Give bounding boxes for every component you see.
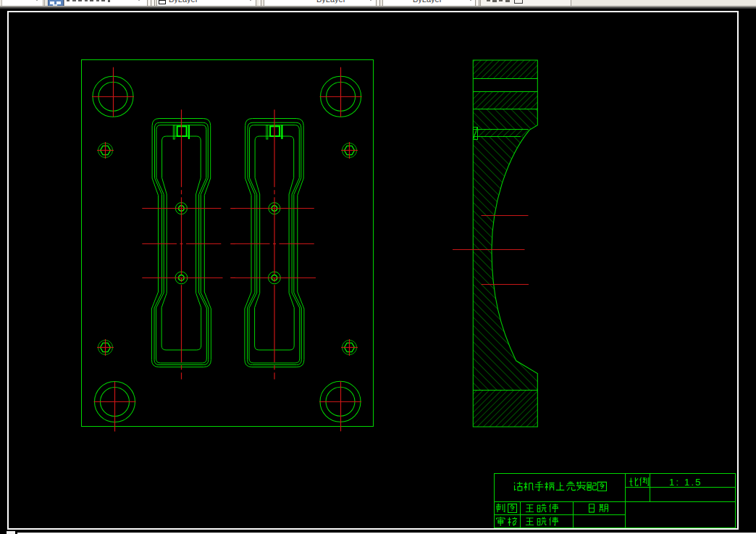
svg-text:1: 1.5: 1: 1.5: [669, 477, 702, 488]
svg-text:ByLayer: ByLayer: [413, 0, 442, 4]
svg-text:ByLayer: ByLayer: [316, 0, 346, 4]
svg-text:ByLayer: ByLayer: [169, 0, 198, 4]
